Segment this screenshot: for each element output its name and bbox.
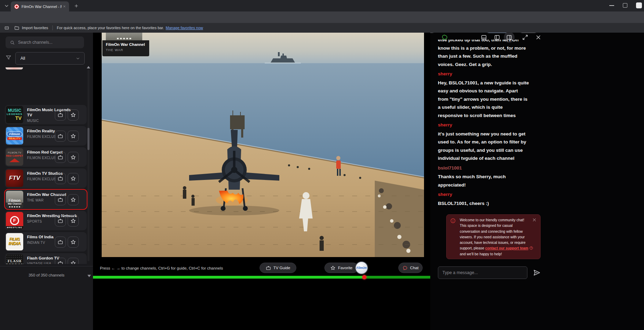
channel-row-tv-studios[interactable]: FTV FilmOn TV Studios FILMON EXCLUS (5, 168, 87, 188)
channel-category: INDIAN TV (27, 241, 56, 245)
channel-row-films-of-india[interactable]: FILMS INDIA Films Of India INDIAN TV (5, 232, 87, 251)
search-icon (10, 40, 15, 45)
channel-row-music-legends[interactable]: MUSIC LEGENDS TV FilmOn Music Legends TV… (5, 105, 87, 124)
help-question-icon[interactable] (529, 246, 533, 250)
send-message-icon[interactable] (533, 269, 541, 277)
chat-label: Chat (410, 266, 418, 270)
collections-panel-icon[interactable] (4, 25, 9, 31)
chat-bubble-icon (402, 265, 408, 271)
channel-count-footer: 350 of 350 channels (0, 266, 93, 283)
favorites-bar: Import favorites For quick access, place… (0, 23, 644, 33)
channel-logo: FILMS INDIA (6, 233, 23, 250)
new-tab-button[interactable] (73, 3, 79, 9)
browser-tab[interactable]: FilmOn War Channel - FilmOn War (11, 1, 69, 11)
filmon-logo-badge[interactable]: FilmOn (355, 261, 368, 274)
video-frame[interactable] (102, 33, 424, 257)
tab-search-chevron-icon[interactable] (3, 2, 10, 10)
channel-row-wrestling[interactable]: F WRESTLING FilmOn Wrestling Network SPO… (5, 211, 87, 230)
red-carpet-shape (9, 158, 20, 162)
chat-button[interactable]: Chat (398, 263, 423, 273)
sidebar-scrollbar-track[interactable] (87, 69, 90, 261)
channel-logo: FLASH GORDON (6, 254, 23, 264)
browser-toolbar: https://beta.filmon.com/tv/filmon-war-ch… (0, 11, 644, 23)
watch-tv-button[interactable] (55, 173, 66, 184)
category-filter-select[interactable]: All (15, 52, 85, 65)
filter-funnel-icon (6, 55, 11, 60)
manage-favorites-link[interactable]: Manage favorites now (166, 26, 203, 30)
favorite-star-button[interactable] (68, 194, 79, 205)
window-maximize-button[interactable] (623, 3, 627, 8)
channel-row-flash-gordon[interactable]: FLASH GORDON Flash Gordon TV VINTAGE USA (5, 253, 87, 264)
watch-tv-button[interactable] (55, 152, 66, 163)
keyboard-hint-text: Press ← → to change channels, Ctrl+G for… (100, 266, 223, 270)
channel-list: MUSIC LEGENDS TV FilmOn Music Legends TV… (0, 67, 93, 264)
favorite-star-button[interactable] (68, 152, 79, 163)
channel-row-red-carpet[interactable]: FILMON.TV RED CARPET Filmon Red Carpet F… (5, 147, 87, 167)
chat-message: else picked up that too, then let FOn kn… (438, 40, 552, 68)
channel-logo: MUSIC LEGENDS TV (6, 106, 23, 123)
channel-partial-top (6, 67, 23, 69)
welcome-notice: Welcome to our friendly community chat! … (446, 214, 541, 259)
channel-category: VINTAGE USA (27, 262, 56, 264)
chat-message-input[interactable] (438, 266, 527, 279)
video-progress-bar[interactable] (93, 276, 430, 279)
divider (52, 25, 53, 30)
favorite-label: Favorite (338, 266, 353, 270)
favorite-star-button[interactable] (68, 109, 79, 121)
browser-titlebar: FilmOn War Channel - FilmOn War (0, 0, 644, 11)
chat-message: Hey, BSLOL71001, a new tvguide is quite … (438, 79, 552, 120)
import-favorites-label[interactable]: Import favorites (22, 26, 48, 30)
chat-username[interactable]: bslol71001 (438, 164, 552, 172)
favorite-star-button[interactable] (68, 258, 79, 264)
tv-icon (266, 265, 271, 271)
overlay-channel-title: FilmOn War Channel (106, 42, 149, 47)
channel-logo: Filmon REALITY (6, 127, 23, 145)
chat-username[interactable]: sherry (438, 121, 552, 129)
channel-row-war-channel-selected[interactable]: Filmon War Channel FilmOn War Channel TH… (5, 190, 87, 209)
favorite-star-button[interactable] (68, 131, 79, 142)
film-strip-decoration (6, 206, 23, 208)
channel-category: THE WAR (27, 198, 56, 202)
window-minimize-button[interactable] (609, 5, 614, 6)
chevron-down-icon (76, 56, 80, 61)
watch-tv-button[interactable] (55, 237, 66, 248)
watch-tv-button[interactable] (55, 215, 66, 226)
notice-close-icon[interactable] (532, 217, 537, 222)
chat-username[interactable]: sherry (438, 190, 552, 199)
import-folder-icon[interactable] (14, 25, 19, 31)
favorites-hint: For quick access, place your favorites h… (57, 26, 164, 30)
favorite-star-button[interactable] (68, 215, 79, 226)
progress-handle[interactable] (362, 275, 366, 279)
chat-message: Thanks so much Sherry, much appreciated! (438, 173, 552, 189)
chat-panel: else picked up that too, then let FOn kn… (430, 33, 644, 330)
chat-message-list[interactable]: else picked up that too, then let FOn kn… (438, 40, 552, 214)
favorite-star-button[interactable] (68, 173, 79, 184)
tv-guide-button[interactable]: TV Guide (260, 263, 296, 273)
window-close-button[interactable] (636, 2, 642, 8)
support-team-link[interactable]: contact our support team (485, 246, 528, 250)
scroll-up-arrow[interactable] (87, 66, 90, 68)
channel-logo: FTV (6, 170, 23, 187)
channel-search-box[interactable] (6, 36, 84, 48)
video-player-area[interactable]: FilmOn War Channel THE WAR Press ← → to … (93, 33, 430, 330)
channel-logo-thumbnail (106, 33, 142, 40)
overlay-channel-subtitle: THE WAR (106, 48, 149, 52)
channel-row-reality[interactable]: Filmon REALITY FilmOn Reality FILMON EXC… (5, 126, 87, 146)
watch-tv-button[interactable] (55, 194, 66, 205)
favorite-star-button[interactable] (68, 237, 79, 248)
chat-message: it's just something new you need to get … (438, 130, 552, 163)
favorite-button[interactable]: Favorite (324, 263, 358, 273)
chat-username[interactable]: sherry (438, 70, 552, 78)
channel-count-text: 350 of 350 channels (28, 273, 65, 277)
chat-message: BSLOL71001, cheers :) (438, 199, 552, 208)
search-input[interactable] (18, 40, 77, 45)
watch-tv-button[interactable] (55, 258, 66, 264)
welcome-notice-text: Welcome to our friendly community chat! … (460, 217, 537, 257)
tab-title: FilmOn War Channel - FilmOn War (22, 5, 62, 9)
watch-tv-button[interactable] (55, 131, 66, 142)
war-film-frame (102, 33, 424, 257)
channel-logo: F WRESTLING (6, 212, 23, 229)
tab-close-icon[interactable] (62, 4, 67, 9)
sidebar-scrollbar-thumb[interactable] (87, 128, 90, 150)
watch-tv-button[interactable] (55, 109, 66, 121)
